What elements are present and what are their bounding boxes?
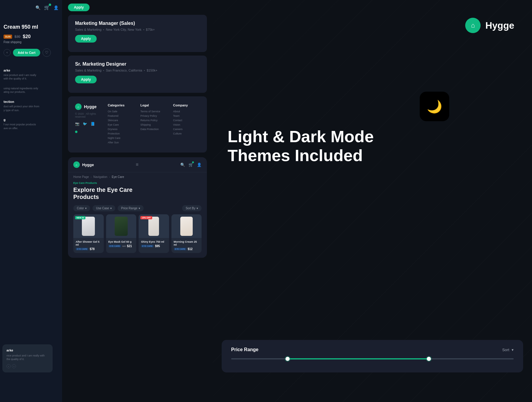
- footer-link-eyecare[interactable]: Eye Care: [108, 123, 135, 126]
- product-tags-1: EYE CARE $78: [76, 247, 101, 251]
- store-logo: ⌂: [73, 161, 80, 168]
- product-price-3: $95: [155, 244, 160, 248]
- product-info-3: Shiny Eyes 750 ml EYE CARE $95: [139, 238, 169, 250]
- instagram-icon[interactable]: 📷: [75, 122, 80, 127]
- eyecare-tag-4: EYE CARE: [174, 248, 186, 250]
- footer-link-returns[interactable]: Returns Policy: [140, 119, 167, 122]
- footer-link-team[interactable]: Team: [173, 114, 200, 117]
- footer-link-tos[interactable]: Terms of Service: [140, 110, 167, 113]
- apply-button-1[interactable]: Apply: [75, 35, 97, 43]
- product-price-2: $21: [127, 244, 132, 248]
- store-cart-wrap[interactable]: 🛒: [189, 162, 193, 167]
- hygge-logo-icon: ⌂: [471, 22, 475, 29]
- user-icon[interactable]: 👤: [53, 5, 59, 10]
- eyecare-tag-1: EYE CARE: [76, 248, 88, 250]
- pricerange-chevron-icon: ▾: [139, 207, 140, 210]
- price-range-slider[interactable]: [231, 358, 514, 359]
- pricerange-filter-button[interactable]: Price Range ▾: [118, 205, 144, 211]
- product-card-1[interactable]: NEW IN After Shower Gel 5 ml EYE CARE $7…: [73, 214, 104, 253]
- product-card-3[interactable]: 15% OFF Shiny Eyes 750 ml EYE CARE $95: [139, 214, 169, 253]
- footer-logo: ⌂: [75, 103, 82, 110]
- footer-brand-col: ⌂ Hygge © 2020 · All rights reserved 📷 🐦…: [75, 103, 102, 145]
- right-panel: ⌂ Hygge 🌙 Light & Dark Mode Themes Inclu…: [213, 0, 532, 402]
- product-name-2: Eye Mask Gel 60 g: [108, 240, 134, 243]
- footer-link-contact[interactable]: Contact: [173, 119, 200, 122]
- usecase-filter-button[interactable]: Use Case ▾: [93, 205, 115, 211]
- product-tags-3: EYE CARE $95: [141, 244, 167, 248]
- store-brand: ⌂ Hygge: [73, 161, 94, 168]
- footer-link-dryness[interactable]: Dryness: [108, 128, 135, 131]
- store-search-icon[interactable]: 🔍: [180, 163, 185, 167]
- feature-popular: g f our most popular productsave on offe…: [4, 118, 59, 130]
- product-img-inner-1: [82, 217, 95, 236]
- cart-icon-wrap[interactable]: 🛒: [44, 5, 50, 10]
- breadcrumb: Home Page › Navigation › Eye Care: [68, 172, 207, 181]
- wishlist-button[interactable]: ♡: [43, 48, 51, 57]
- job-card-1: Marketing Manager (Sales) Sales & Market…: [68, 15, 207, 52]
- carousel-next[interactable]: ›: [12, 364, 16, 368]
- product-features: arke nice product and I am reallywith th…: [0, 69, 62, 130]
- footer-link-about[interactable]: About: [173, 110, 200, 113]
- left-panel: 🔍 🛒 👤 Cream 950 ml SUN $30 $20 Free ship…: [0, 0, 62, 402]
- twitter-icon[interactable]: 🐦: [83, 122, 88, 127]
- footer-brand-name: Hygge: [84, 104, 97, 109]
- facebook-icon[interactable]: 📘: [90, 122, 96, 127]
- product-info-4: Morning Cream 25 ml EYE CARE $12: [171, 238, 202, 253]
- footer-link-dataprotection[interactable]: Data Protection: [140, 128, 167, 131]
- feature-popular-desc: f our most popular productsave on offer.: [4, 123, 59, 130]
- feature-desc: nice product and I am reallywith the qua…: [4, 73, 59, 81]
- store-cart-badge: [192, 161, 194, 163]
- footer-link-shipping[interactable]: Shipping: [140, 123, 167, 126]
- job-meta-1: Sales & Marketing New York City, New Yor…: [75, 28, 200, 31]
- footer-link-onsale[interactable]: On Sale: [108, 110, 135, 113]
- product-info-1: After Shower Gel 5 ml EYE CARE $78: [73, 238, 104, 253]
- footer-link-aftersun[interactable]: After Sun: [108, 141, 135, 144]
- hamburger-icon[interactable]: ≡: [136, 162, 138, 167]
- cart-badge: [49, 4, 51, 6]
- product-card-4[interactable]: Morning Cream 25 ml EYE CARE $12: [171, 214, 202, 253]
- footer-link-skincare[interactable]: Skincare: [108, 119, 135, 122]
- theme-heading: Light & Dark Mode Themes Included: [228, 127, 374, 165]
- product-card-2[interactable]: Eye Mask Gel 60 g EYE CARE $25 $21: [106, 214, 137, 253]
- product-info-2: Eye Mask Gel 60 g EYE CARE $25 $21: [106, 238, 137, 250]
- sort-chevron-icon: ▾: [512, 348, 514, 352]
- footer-link-vision[interactable]: Vision: [173, 123, 200, 126]
- eyecare-tag-2: EYE CARE: [108, 245, 121, 247]
- footer-link-nightcare[interactable]: Night Care: [108, 137, 135, 140]
- apply-button-2[interactable]: Apply: [75, 76, 97, 83]
- usecase-filter-label: Use Case: [96, 207, 109, 210]
- bc-home[interactable]: Home Page: [73, 175, 89, 179]
- store-user-icon[interactable]: 👤: [197, 163, 202, 167]
- bc-nav[interactable]: Navigation: [93, 175, 107, 179]
- job-card-2: Sr. Marketing Designer Sales & Marketing…: [68, 56, 207, 93]
- product-badge-1: NEW IN: [75, 216, 85, 219]
- sortby-label: Sort By: [186, 207, 195, 210]
- feature-protection-desc: duct will protect your skin fromy type o…: [4, 105, 59, 112]
- sortby-button[interactable]: Sort By ▾: [182, 205, 202, 211]
- prev-button[interactable]: ‹: [4, 49, 11, 56]
- store-name: Hygge: [82, 163, 94, 167]
- price-handle-left[interactable]: [286, 357, 290, 361]
- product-name-3: Shiny Eyes 750 ml: [141, 240, 167, 243]
- job-meta-2: Sales & Marketing San Francisco, Califor…: [75, 69, 200, 72]
- color-filter-button[interactable]: Color ▾: [73, 205, 90, 211]
- product-img-1: NEW IN: [73, 214, 104, 238]
- footer-link-protection[interactable]: Protection: [108, 132, 135, 135]
- product-name: Cream 950 ml: [4, 24, 59, 30]
- carousel-prev[interactable]: ‹: [7, 364, 11, 368]
- dot-sep-3: [103, 70, 104, 71]
- add-to-cart-button[interactable]: Add to Cart: [13, 49, 40, 56]
- price-handle-right[interactable]: [427, 357, 431, 361]
- product-tags-4: EYE CARE $12: [174, 247, 200, 251]
- search-icon[interactable]: 🔍: [35, 5, 40, 10]
- hygge-brand: ⌂ Hygge: [465, 18, 514, 33]
- footer-link-privacy[interactable]: Privacy Policy: [140, 114, 167, 117]
- footer-social: 📷 🐦 📘: [75, 122, 102, 127]
- first-apply-button[interactable]: Apply: [68, 4, 90, 11]
- footer-link-culture[interactable]: Culture: [173, 132, 200, 135]
- footer-link-careers[interactable]: Careers: [173, 128, 200, 131]
- bc-current: Eye Care: [112, 175, 124, 179]
- darkmode-card: 🌙: [420, 92, 449, 121]
- product-img-inner-3: [148, 217, 159, 236]
- footer-link-featured[interactable]: Featured: [108, 114, 135, 117]
